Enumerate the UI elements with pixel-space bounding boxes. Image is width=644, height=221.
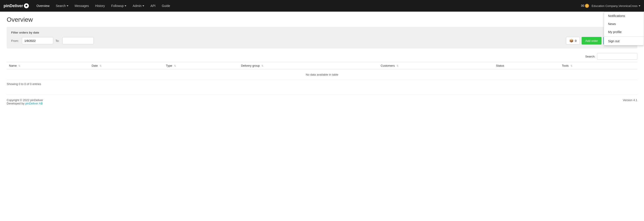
nav-item-overview[interactable]: Overview xyxy=(33,0,52,12)
navbar-right: ✉ 0 Education Company , VeronicaCross No… xyxy=(581,3,640,8)
mail-icon: ✉ xyxy=(581,3,584,8)
table-body: No data available in table xyxy=(7,69,637,80)
nav-item-guide[interactable]: Guide xyxy=(158,0,173,12)
nav-item-api[interactable]: API xyxy=(147,0,159,12)
col-delivery-group[interactable]: Delivery group ⇅ xyxy=(239,62,378,69)
nav-item-search[interactable]: Search xyxy=(52,0,71,12)
packages-count: 0 xyxy=(575,39,576,42)
nav-link-api[interactable]: API xyxy=(147,0,159,12)
footer-version: Version 4.1 xyxy=(623,98,637,105)
table-section: Search: Name ⇅ Date ⇅ Type ⇅ xyxy=(7,53,637,86)
add-order-button[interactable]: Add order xyxy=(582,37,602,44)
sort-type-icon: ⇅ xyxy=(174,64,176,67)
showing-text: Showing 0 to 0 of 0 entries xyxy=(7,82,637,86)
nav-item-admin[interactable]: Admin xyxy=(130,0,147,12)
page-title: Overview xyxy=(7,16,637,23)
sort-customers-icon: ⇅ xyxy=(396,64,398,67)
sort-name-icon: ⇅ xyxy=(18,64,20,67)
brand-logo[interactable]: pinDeliver xyxy=(4,3,29,8)
sort-tools-icon: ⇅ xyxy=(570,64,572,67)
nav-link-overview[interactable]: Overview xyxy=(33,0,52,12)
sort-date-icon: ⇅ xyxy=(100,64,102,67)
filter-row: From: To: 📦 0 Add order Cancel packages xyxy=(11,37,633,44)
user-dropdown-menu: Notifications News My profile Sign out xyxy=(604,12,644,46)
no-data-row: No data available in table xyxy=(7,69,637,80)
user-name: VeronicaCross xyxy=(618,4,638,8)
packages-button[interactable]: 📦 0 xyxy=(566,37,580,44)
footer-row: Copyright © 2022 pinDeliver Developed by… xyxy=(7,98,637,105)
dropdown-sign-out[interactable]: Sign out xyxy=(604,37,644,45)
user-company: Education Company xyxy=(592,4,618,8)
nav-link-search[interactable]: Search xyxy=(52,0,71,12)
user-caret-icon xyxy=(639,5,640,6)
no-data-cell: No data available in table xyxy=(7,69,637,80)
col-name[interactable]: Name ⇅ xyxy=(7,62,90,69)
mail-count-badge: 0 xyxy=(585,4,589,8)
col-status[interactable]: Status xyxy=(494,62,560,69)
nav-link-messages[interactable]: Messages xyxy=(72,0,92,12)
dropdown-news[interactable]: News xyxy=(604,20,644,28)
followup-caret-icon xyxy=(124,5,126,6)
copyright-text: Copyright © 2022 pinDeliver xyxy=(7,98,43,102)
col-type[interactable]: Type ⇅ xyxy=(164,62,239,69)
col-date[interactable]: Date ⇅ xyxy=(90,62,164,69)
table-header: Name ⇅ Date ⇅ Type ⇅ Delivery group ⇅ xyxy=(7,62,637,69)
footer-left: Copyright © 2022 pinDeliver Developed by… xyxy=(7,98,43,105)
mail-badge[interactable]: ✉ 0 xyxy=(581,3,589,8)
to-label: To: xyxy=(56,39,59,42)
brand-name: pinDeliver xyxy=(4,4,23,8)
filter-inputs: From: To: xyxy=(11,37,94,44)
dropdown-notifications[interactable]: Notifications xyxy=(604,12,644,20)
footer: Copyright © 2022 pinDeliver Developed by… xyxy=(7,94,637,105)
nav-link-followup[interactable]: Followup xyxy=(108,0,130,12)
from-date-input[interactable] xyxy=(22,37,53,44)
nav-menu: Overview Search Messages History Followu… xyxy=(33,0,581,12)
nav-item-messages[interactable]: Messages xyxy=(72,0,92,12)
filter-box: Filter orders by date From: To: 📦 0 Add … xyxy=(7,27,637,48)
user-info-dropdown[interactable]: Education Company , VeronicaCross xyxy=(592,4,640,8)
navbar: pinDeliver Overview Search Messages Hist… xyxy=(0,0,644,12)
from-label: From: xyxy=(11,39,19,42)
search-caret-icon xyxy=(67,5,68,6)
to-date-input[interactable] xyxy=(62,37,94,44)
pindeliver-link[interactable]: pinDeliver AB xyxy=(25,102,43,105)
col-customers[interactable]: Customers ⇅ xyxy=(378,62,494,69)
developed-by: Developed by pinDeliver AB xyxy=(7,102,43,105)
table-search-input[interactable] xyxy=(597,53,637,60)
nav-link-guide[interactable]: Guide xyxy=(158,0,173,12)
nav-item-history[interactable]: History xyxy=(92,0,108,12)
nav-link-admin[interactable]: Admin xyxy=(130,0,147,12)
brand-icon xyxy=(24,3,29,8)
filter-title: Filter orders by date xyxy=(11,31,633,34)
admin-caret-icon xyxy=(142,5,144,6)
orders-table: Name ⇅ Date ⇅ Type ⇅ Delivery group ⇅ xyxy=(7,62,637,80)
nav-item-followup[interactable]: Followup xyxy=(108,0,130,12)
dropdown-my-profile[interactable]: My profile xyxy=(604,28,644,36)
table-search-label: Search: xyxy=(585,55,595,58)
sort-deliverygroup-icon: ⇅ xyxy=(262,64,264,67)
dropdown-divider xyxy=(604,36,644,37)
packages-icon: 📦 xyxy=(569,39,574,43)
main-content: Overview Filter orders by date From: To:… xyxy=(0,12,644,110)
table-search-row: Search: xyxy=(7,53,637,60)
nav-link-history[interactable]: History xyxy=(92,0,108,12)
col-tools[interactable]: Tools ⇅ xyxy=(560,62,637,69)
